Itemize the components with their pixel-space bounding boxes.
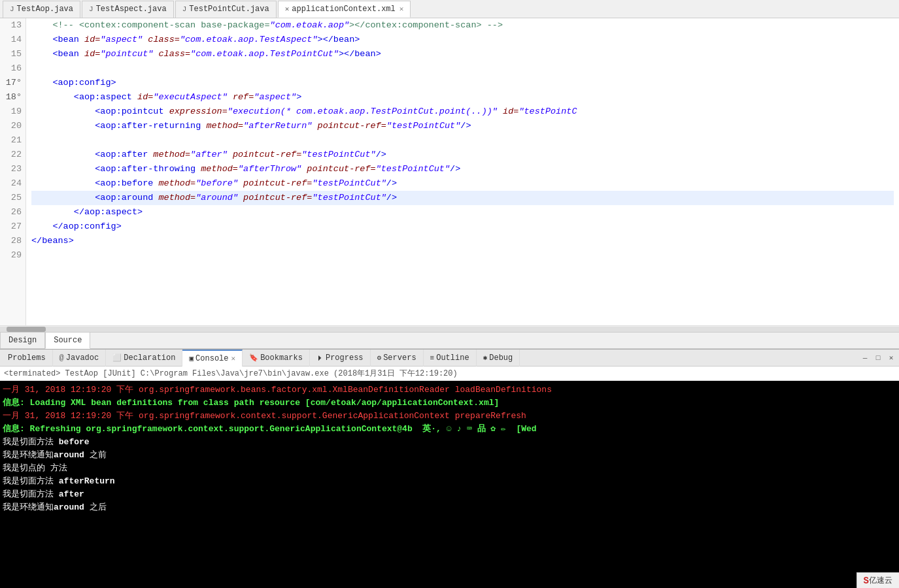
tab-testaop[interactable]: J TestAop.java xyxy=(3,1,80,18)
debug-tab[interactable]: ✱ Debug xyxy=(477,350,520,367)
outline-icon: ≡ xyxy=(430,354,435,362)
ln-17: 17° xyxy=(4,76,22,90)
design-tab[interactable]: Design xyxy=(0,332,45,349)
editor-tab-bar: J TestAop.java J TestAspect.java J TestP… xyxy=(0,0,899,18)
code-line-26: </aop:aspect> xyxy=(31,205,894,220)
ln-15: 15 xyxy=(4,47,22,61)
servers-label: Servers xyxy=(383,353,416,363)
tab-label-testpointcut: TestPointCut.java xyxy=(189,5,269,14)
tab-applicationcontext[interactable]: ✕ applicationContext.xml ✕ xyxy=(278,1,411,18)
java-icon-3: J xyxy=(182,5,187,13)
javadoc-prefix: @ xyxy=(59,353,64,363)
design-source-bar: Design Source xyxy=(0,332,899,349)
ln-29: 29 xyxy=(4,248,22,263)
console-line-3: 一月 31, 2018 12:19:20 下午 org.springframew… xyxy=(3,410,896,423)
console-line-4: 信息: Refreshing org.springframework.conte… xyxy=(3,423,896,436)
problems-label: Problems xyxy=(8,353,46,363)
bottom-panel: Problems @ Javadoc ⬜ Declaration ▣ Conso… xyxy=(0,349,899,588)
code-line-15: <bean id="pointcut" class="com.etoak.aop… xyxy=(31,47,894,61)
declaration-tab[interactable]: ⬜ Declaration xyxy=(106,350,182,367)
maximize-button[interactable]: □ xyxy=(873,353,883,363)
brand-label: 亿速云 xyxy=(869,575,892,586)
console-line-1: 一月 31, 2018 12:19:20 下午 org.springframew… xyxy=(3,384,896,397)
console-tab[interactable]: ▣ Console ✕ xyxy=(182,350,243,367)
console-line-7: 我是切点的 方法 xyxy=(3,462,896,475)
source-tab[interactable]: Source xyxy=(45,332,90,349)
code-line-24: <aop:before method="before" pointcut-ref… xyxy=(31,176,894,191)
ln-26: 26 xyxy=(4,205,22,220)
javadoc-tab[interactable]: @ Javadoc xyxy=(53,350,107,367)
scrollbar-track[interactable] xyxy=(0,327,899,332)
tab-label-testaop: TestAop.java xyxy=(17,5,73,14)
ln-25: 25 xyxy=(4,191,22,205)
line-numbers: 13 14 15 16 17° 18° 19 20 21 22 23 24 25… xyxy=(0,18,26,325)
code-line-29 xyxy=(31,248,894,263)
javadoc-label: Javadoc xyxy=(66,353,99,363)
console-icon: ▣ xyxy=(189,354,194,363)
console-line-10: 我是环绕通知around 之后 xyxy=(3,501,896,514)
servers-tab[interactable]: ⚙ Servers xyxy=(371,350,424,367)
ln-28: 28 xyxy=(4,234,22,248)
ln-16: 16 xyxy=(4,61,22,76)
code-line-27: </aop:config> xyxy=(31,220,894,234)
bookmarks-label: Bookmarks xyxy=(260,353,303,363)
design-tab-label: Design xyxy=(8,336,37,345)
problems-tab[interactable]: Problems xyxy=(1,350,53,367)
taskbar-brand: S 亿速云 xyxy=(857,572,899,588)
console-output: 一月 31, 2018 12:19:20 下午 org.springframew… xyxy=(0,381,899,588)
brand-icon: S xyxy=(864,576,869,586)
ln-20: 20 xyxy=(4,119,22,133)
horizontal-scrollbar[interactable] xyxy=(0,325,899,332)
outline-label: Outline xyxy=(436,353,469,363)
console-badge: ✕ xyxy=(231,354,236,363)
scrollbar-thumb[interactable] xyxy=(7,327,46,332)
bookmarks-tab[interactable]: 🔖 Bookmarks xyxy=(243,350,310,367)
ln-13: 13 xyxy=(4,18,22,33)
terminated-label: <terminated> TestAop [JUnit] C:\Program … xyxy=(4,369,458,378)
bottom-tab-bar: Problems @ Javadoc ⬜ Declaration ▣ Conso… xyxy=(0,350,899,367)
console-line-8: 我是切面方法 afterReturn xyxy=(3,475,896,488)
declaration-icon: ⬜ xyxy=(112,353,122,362)
debug-label: Debug xyxy=(489,353,513,363)
outline-tab[interactable]: ≡ Outline xyxy=(424,350,477,367)
close-panel-button[interactable]: ✕ xyxy=(886,353,896,363)
tab-label-testaspect: TestAspect.java xyxy=(96,5,167,14)
ln-23: 23 xyxy=(4,162,22,176)
ln-27: 27 xyxy=(4,220,22,234)
ln-19: 19 xyxy=(4,105,22,119)
code-line-25: <aop:around method="around" pointcut-ref… xyxy=(31,191,894,205)
code-lines-container[interactable]: <!-- <contex:component-scan base-package… xyxy=(26,18,899,325)
code-line-19: <aop:pointcut expression="execution(* co… xyxy=(31,105,894,119)
code-line-23: <aop:after-throwing method="afterThrow" … xyxy=(31,162,894,176)
minimize-button[interactable]: — xyxy=(860,353,870,363)
java-icon-2: J xyxy=(89,5,93,13)
code-line-18: <aop:aspect id="executAspect" ref="aspec… xyxy=(31,90,894,105)
ln-24: 24 xyxy=(4,176,22,191)
code-line-20: <aop:after-returning method="afterReturn… xyxy=(31,119,894,133)
code-line-16 xyxy=(31,61,894,76)
progress-label: Progress xyxy=(326,353,364,363)
debug-icon: ✱ xyxy=(483,353,488,362)
code-content: 13 14 15 16 17° 18° 19 20 21 22 23 24 25… xyxy=(0,18,899,325)
declaration-label: Declaration xyxy=(124,353,175,363)
bookmarks-icon: 🔖 xyxy=(249,353,258,362)
tab-label-applicationcontext: applicationContext.xml xyxy=(292,5,395,14)
source-tab-label: Source xyxy=(54,336,82,345)
ln-22: 22 xyxy=(4,148,22,162)
tab-testpointcut[interactable]: J TestPointCut.java xyxy=(175,1,277,18)
progress-tab[interactable]: ⏵ Progress xyxy=(310,350,371,367)
code-line-14: <bean id="aspect" class="com.etoak.aop.T… xyxy=(31,33,894,47)
code-line-28: </beans> xyxy=(31,234,894,248)
bottom-panel-actions: — □ ✕ xyxy=(860,353,899,363)
tab-close-button[interactable]: ✕ xyxy=(399,5,404,13)
console-line-9: 我是切面方法 after xyxy=(3,488,896,501)
code-editor: 13 14 15 16 17° 18° 19 20 21 22 23 24 25… xyxy=(0,18,899,332)
code-line-21 xyxy=(31,133,894,148)
console-label: Console xyxy=(195,354,228,363)
servers-icon: ⚙ xyxy=(377,353,382,362)
progress-icon: ⏵ xyxy=(316,353,324,362)
ln-21: 21 xyxy=(4,133,22,148)
code-line-13: <!-- <contex:component-scan base-package… xyxy=(31,18,894,33)
terminated-bar: <terminated> TestAop [JUnit] C:\Program … xyxy=(0,367,899,381)
tab-testaspect[interactable]: J TestAspect.java xyxy=(82,1,174,18)
